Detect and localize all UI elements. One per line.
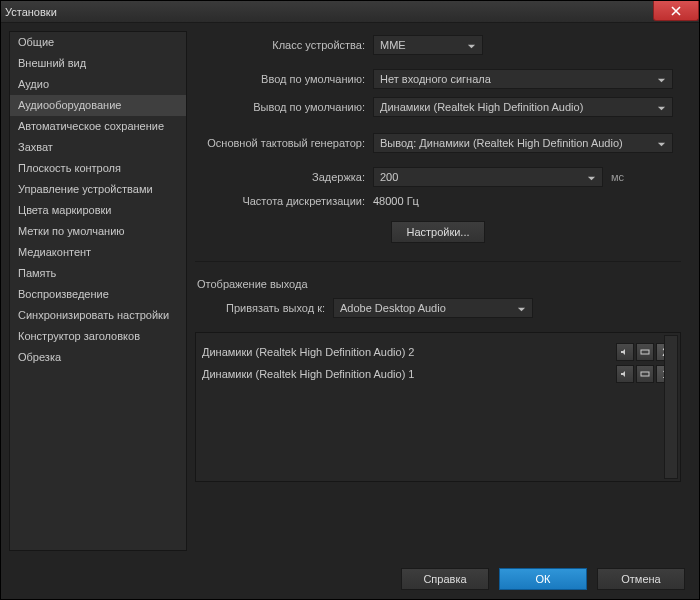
map-output-dropdown[interactable]: Adobe Desktop Audio [333,298,533,318]
sample-rate-label: Частота дискретизации: [195,195,365,207]
svg-rect-1 [641,372,649,376]
speaker-icon[interactable] [616,343,634,361]
sidebar-item[interactable]: Управление устройствами [10,179,186,200]
latency-value: 200 [380,171,398,183]
sidebar-item[interactable]: Аудиооборудование [10,95,186,116]
link-icon[interactable] [636,343,654,361]
output-channel-label: Динамики (Realtek High Definition Audio)… [202,346,414,358]
chevron-down-icon [657,75,666,87]
latency-unit: мс [611,171,631,183]
output-channels-box: Динамики (Realtek High Definition Audio)… [195,332,681,482]
default-input-value: Нет входного сигнала [380,73,491,85]
default-output-value: Динамики (Realtek High Definition Audio) [380,101,583,113]
map-output-label: Привязать выход к: [195,302,325,314]
cancel-button[interactable]: Отмена [597,568,685,590]
latency-label: Задержка: [195,171,365,183]
sidebar-item[interactable]: Общие [10,32,186,53]
default-output-dropdown[interactable]: Динамики (Realtek High Definition Audio) [373,97,673,117]
sidebar-item[interactable]: Синхронизировать настройки [10,305,186,326]
settings-button[interactable]: Настройки... [391,221,484,243]
sidebar-item[interactable]: Цвета маркировки [10,200,186,221]
sidebar-item[interactable]: Плоскость контроля [10,158,186,179]
default-input-dropdown[interactable]: Нет входного сигнала [373,69,673,89]
close-button[interactable] [653,1,699,21]
speaker-icon[interactable] [616,365,634,383]
svg-rect-0 [641,350,649,354]
window-title: Установки [5,6,57,18]
latency-dropdown[interactable]: 200 [373,167,603,187]
settings-panel: Класс устройства: MME Ввод по умолчанию:… [195,31,691,551]
chevron-down-icon [587,173,596,185]
sidebar-item[interactable]: Обрезка [10,347,186,368]
default-output-label: Вывод по умолчанию: [195,101,365,113]
output-channel-row: Динамики (Realtek High Definition Audio)… [202,341,674,363]
device-class-label: Класс устройства: [195,39,365,51]
help-button[interactable]: Справка [401,568,489,590]
map-output-value: Adobe Desktop Audio [340,302,446,314]
sidebar-item[interactable]: Автоматическое сохранение [10,116,186,137]
output-channel-label: Динамики (Realtek High Definition Audio)… [202,368,414,380]
separator [195,261,681,262]
master-clock-label: Основной тактовый генератор: [195,137,365,149]
titlebar[interactable]: Установки [1,1,699,23]
sidebar-item[interactable]: Память [10,263,186,284]
sidebar-item[interactable]: Конструктор заголовков [10,326,186,347]
device-class-dropdown[interactable]: MME [373,35,483,55]
sidebar-item[interactable]: Воспроизведение [10,284,186,305]
chevron-down-icon [517,304,526,316]
default-input-label: Ввод по умолчанию: [195,73,365,85]
master-clock-value: Вывод: Динамики (Realtek High Definition… [380,137,623,149]
sidebar-item[interactable]: Захват [10,137,186,158]
chevron-down-icon [657,103,666,115]
sidebar-item[interactable]: Внешний вид [10,53,186,74]
device-class-value: MME [380,39,406,51]
chevron-down-icon [467,41,476,53]
category-sidebar: ОбщиеВнешний видАудиоАудиооборудованиеАв… [9,31,187,551]
output-channel-row: Динамики (Realtek High Definition Audio)… [202,363,674,385]
preferences-window: Установки ОбщиеВнешний видАудиоАудиообор… [0,0,700,600]
sidebar-item[interactable]: Метки по умолчанию [10,221,186,242]
sidebar-item[interactable]: Аудио [10,74,186,95]
scrollbar[interactable] [664,335,678,479]
master-clock-dropdown[interactable]: Вывод: Динамики (Realtek High Definition… [373,133,673,153]
dialog-footer: Справка ОК Отмена [1,559,699,599]
sample-rate-value: 48000 Гц [373,195,419,207]
chevron-down-icon [657,139,666,151]
output-mapping-title: Отображение выхода [197,278,681,290]
ok-button[interactable]: ОК [499,568,587,590]
link-icon[interactable] [636,365,654,383]
sidebar-item[interactable]: Медиаконтент [10,242,186,263]
